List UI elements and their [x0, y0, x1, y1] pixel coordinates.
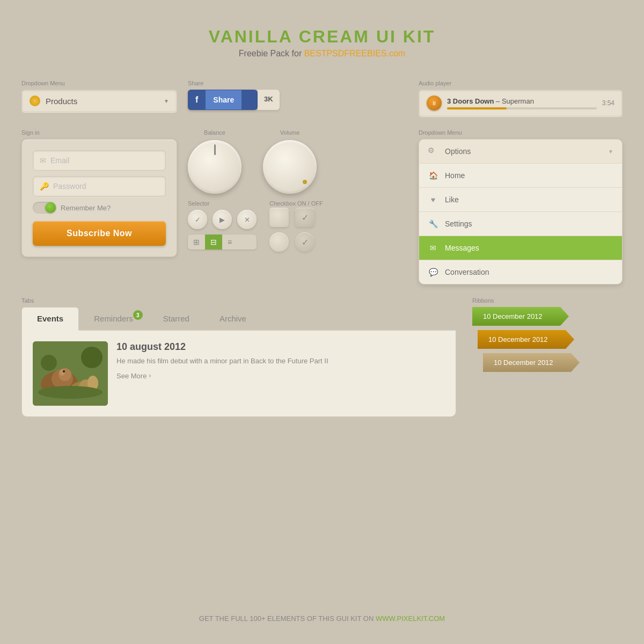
audio-track-info: 3 Doors Down – Superman [447, 97, 597, 109]
see-more-link[interactable]: See More › [116, 372, 328, 380]
signin-section: Sign in ✉ Email 🔑 Password Remember Me? … [21, 129, 177, 284]
tab-starred[interactable]: Starred [148, 307, 204, 330]
subtitle-prefix: Freebie Pack for [239, 49, 304, 58]
ribbon-green-text: 10 December 2012 [483, 312, 543, 320]
knobs-section: Balance Volume Selector [188, 129, 323, 252]
selector-close[interactable]: ✕ [237, 210, 257, 229]
page-header: VANILLA CREAM UI KIT Freebie Pack for BE… [21, 21, 623, 58]
volume-knob[interactable] [263, 140, 317, 194]
menu-item-conversation[interactable]: 💬 Conversation [419, 260, 622, 284]
share-section: Share f Share 3K [188, 80, 408, 116]
ribbons-label: Ribbons [472, 297, 623, 304]
event-date: 10 august 2012 [116, 341, 328, 353]
footer-link[interactable]: WWW.PIXELKIT.COM [376, 614, 445, 623]
dropdown-section-1: Dropdown Menu Products ▼ [21, 80, 177, 116]
dropdown1-value: Products [46, 97, 164, 106]
share-count: 3K [258, 90, 280, 110]
menu-settings-text: Settings [445, 219, 613, 228]
tab-archive[interactable]: Archive [204, 307, 261, 330]
tab-reminders[interactable]: Reminders 3 [79, 307, 148, 330]
checkbox-row-2: ✓ [269, 232, 323, 252]
menu-item-settings[interactable]: 🔧 Settings [419, 212, 622, 236]
tab-events[interactable]: Events [21, 307, 79, 331]
ribbon-item-2: 10 December 2012 [478, 330, 623, 349]
share-label: Share [188, 80, 408, 86]
checkbox-row-1: ✓ [269, 208, 323, 227]
remember-row: Remember Me? [33, 202, 166, 214]
radio-on[interactable]: ✓ [295, 232, 314, 252]
audio-separator: – [496, 97, 500, 105]
reminders-badge: 3 [133, 310, 143, 320]
email-icon: ✉ [40, 156, 46, 165]
tab-content: 10 august 2012 He made his film debut wi… [21, 331, 456, 417]
subscribe-button[interactable]: Subscribe Now [33, 221, 166, 246]
dropdown2-label: Dropdown Menu [419, 129, 623, 136]
password-placeholder: Password [53, 182, 86, 191]
tabs-header: Events Reminders 3 Starred Archive [21, 307, 456, 331]
menu-conversation-text: Conversation [445, 268, 613, 276]
checkbox-on-1[interactable]: ✓ [295, 208, 314, 227]
audio-track-title: 3 Doors Down – Superman [447, 97, 597, 105]
svg-point-9 [38, 386, 103, 399]
password-field[interactable]: 🔑 Password [33, 176, 166, 196]
ribbons-section: Ribbons 10 December 2012 10 December 201… [472, 297, 623, 417]
radio-off[interactable] [269, 232, 289, 252]
subtitle-brand: BESTPSDFREEBIES.com [304, 49, 406, 58]
signin-label: Sign in [21, 129, 177, 136]
dropdown1-select[interactable]: Products ▼ [21, 90, 177, 112]
balance-label: Balance [204, 129, 225, 136]
gear-icon: ⚙ [428, 146, 438, 157]
knobs-row: Balance Volume [188, 129, 323, 194]
selector-check[interactable]: ✓ [188, 210, 207, 229]
audio-progress-bar[interactable] [447, 107, 597, 109]
grid-active-view-btn[interactable]: ⊟ [205, 235, 222, 250]
menu-like-text: Like [445, 195, 613, 204]
remember-label: Remember Me? [61, 204, 111, 212]
selector-play[interactable]: ▶ [213, 210, 232, 229]
menu-item-messages[interactable]: ✉ Messages [419, 236, 622, 260]
pause-icon: ⏸ [431, 100, 437, 106]
checkbox-label: Checkbox ON / OFF [269, 200, 323, 207]
page-title: VANILLA CREAM UI KIT [21, 27, 623, 47]
ribbon-tan: 10 December 2012 [483, 353, 580, 372]
audio-song: Superman [502, 97, 534, 105]
audio-pause-button[interactable]: ⏸ [427, 96, 442, 111]
svg-point-10 [41, 355, 57, 371]
view-toggle-group[interactable]: ⊞ ⊟ ≡ [188, 235, 257, 250]
selector-label: Selector [188, 200, 257, 207]
menu-messages-text: Messages [445, 244, 613, 252]
email-field[interactable]: ✉ Email [33, 150, 166, 171]
grid-view-btn[interactable]: ⊞ [188, 235, 205, 250]
checkbox-group: Checkbox ON / OFF ✓ ✓ [269, 200, 323, 252]
balance-knob[interactable] [188, 140, 241, 194]
menu-arrow-icon: ▼ [608, 149, 613, 155]
chevron-down-icon: ▼ [164, 98, 169, 104]
share-btn-label[interactable]: Share [206, 90, 241, 109]
knob-dot [303, 180, 307, 184]
facebook-share-btn[interactable]: f Share [188, 90, 258, 110]
menu-item-like[interactable]: ♥ Like [419, 188, 622, 212]
menu-options-header[interactable]: ⚙ Options ▼ [419, 140, 622, 164]
signin-form: ✉ Email 🔑 Password Remember Me? Subscrib… [21, 139, 177, 257]
event-description: He made his film debut with a minor part… [116, 356, 328, 367]
tabs-section: Tabs Events Reminders 3 Starred Archive [21, 297, 456, 417]
lock-icon: 🔑 [40, 182, 49, 191]
dropdown-menu: ⚙ Options ▼ 🏠 Home ♥ Like 🔧 Settings [419, 139, 623, 284]
volume-knob-group: Volume [263, 129, 317, 194]
audio-player: ⏸ 3 Doors Down – Superman 3:54 [419, 90, 623, 116]
list-view-btn[interactable]: ≡ [222, 235, 237, 250]
footer-prefix: GET THE FULL 100+ ELEMENTS OF THIS GUI K… [199, 614, 376, 623]
email-placeholder: Email [50, 156, 69, 165]
tabs-label: Tabs [21, 297, 456, 304]
checkbox-off-1[interactable] [269, 208, 289, 227]
toggle-knob [45, 202, 56, 213]
tab-image [33, 341, 108, 406]
row1: Dropdown Menu Products ▼ Share f Share 3… [21, 80, 623, 116]
share-button-group[interactable]: f Share 3K [188, 90, 408, 110]
svg-point-4 [60, 369, 65, 376]
balance-knob-group: Balance [188, 129, 241, 194]
remember-toggle[interactable] [33, 202, 56, 214]
row3: Tabs Events Reminders 3 Starred Archive [21, 297, 623, 417]
menu-item-home[interactable]: 🏠 Home [419, 164, 622, 188]
controls-center: Balance Volume Selector [188, 129, 408, 284]
